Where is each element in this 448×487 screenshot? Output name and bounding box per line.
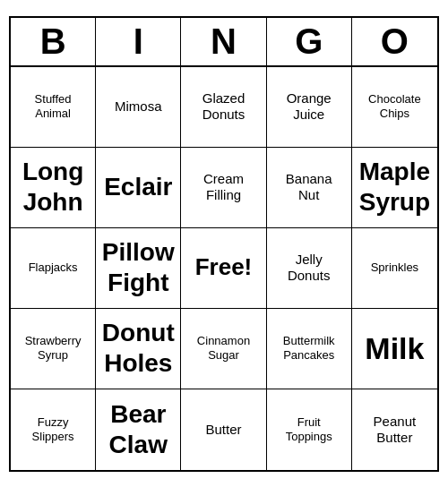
bingo-cell: JellyDonuts: [267, 228, 352, 309]
cell-text: OrangeJuice: [287, 90, 332, 123]
cell-text: StrawberrySyrup: [25, 334, 82, 362]
bingo-cell: PillowFight: [96, 228, 181, 309]
cell-text: FruitToppings: [286, 415, 332, 443]
bingo-cell: StuffedAnimal: [11, 67, 96, 148]
bingo-cell: Eclair: [96, 148, 181, 228]
bingo-cell: LongJohn: [11, 148, 96, 228]
bingo-cell: ChocolateChips: [352, 67, 437, 148]
cell-text: Milk: [365, 330, 424, 367]
header-letter: G: [267, 18, 352, 65]
bingo-cell: Butter: [181, 389, 266, 470]
bingo-cell: DonutHoles: [96, 309, 181, 389]
cell-text: Flapjacks: [29, 261, 78, 275]
cell-text: CreamFilling: [203, 171, 244, 203]
bingo-cell: BananaNut: [267, 148, 352, 228]
cell-text: Free!: [195, 253, 253, 281]
bingo-cell: BearClaw: [96, 389, 181, 470]
cell-text: MapleSyrup: [359, 157, 430, 217]
header-letter: O: [352, 18, 437, 65]
bingo-cell: OrangeJuice: [267, 67, 352, 148]
bingo-cell: Flapjacks: [11, 228, 96, 309]
header-letter: N: [181, 18, 266, 65]
bingo-cell: Milk: [352, 309, 437, 389]
cell-text: FuzzySlippers: [32, 415, 74, 443]
cell-text: Sprinkles: [371, 261, 418, 275]
cell-text: PeanutButter: [374, 414, 417, 446]
bingo-cell: Sprinkles: [352, 228, 437, 309]
header-letter: I: [96, 18, 181, 65]
cell-text: ButtermilkPancakes: [283, 334, 335, 362]
bingo-cell: PeanutButter: [352, 389, 437, 470]
cell-text: PillowFight: [102, 237, 175, 297]
cell-text: LongJohn: [22, 157, 83, 217]
cell-text: Eclair: [104, 172, 172, 202]
cell-text: DonutHoles: [102, 318, 175, 378]
cell-text: BananaNut: [286, 171, 332, 203]
cell-text: BearClaw: [109, 399, 168, 459]
bingo-header: BINGO: [11, 18, 437, 67]
cell-text: GlazedDonuts: [202, 90, 246, 123]
header-letter: B: [11, 18, 96, 65]
bingo-cell: GlazedDonuts: [181, 67, 266, 148]
cell-text: StuffedAnimal: [35, 92, 72, 120]
cell-text: Mimosa: [115, 98, 162, 115]
bingo-cell: MapleSyrup: [352, 148, 437, 228]
bingo-cell: FuzzySlippers: [11, 389, 96, 470]
bingo-cell: FruitToppings: [267, 389, 352, 470]
cell-text: JellyDonuts: [288, 252, 331, 284]
cell-text: ChocolateChips: [368, 92, 421, 120]
bingo-cell: ButtermilkPancakes: [267, 309, 352, 389]
bingo-grid: StuffedAnimalMimosaGlazedDonutsOrangeJui…: [11, 67, 437, 470]
bingo-cell: StrawberrySyrup: [11, 309, 96, 389]
cell-text: Butter: [205, 422, 241, 438]
bingo-card: BINGO StuffedAnimalMimosaGlazedDonutsOra…: [9, 16, 439, 472]
cell-text: CinnamonSugar: [197, 334, 250, 362]
bingo-cell: CinnamonSugar: [181, 309, 266, 389]
bingo-cell: CreamFilling: [181, 148, 266, 228]
bingo-cell: Free!: [181, 228, 266, 309]
bingo-cell: Mimosa: [96, 67, 181, 148]
